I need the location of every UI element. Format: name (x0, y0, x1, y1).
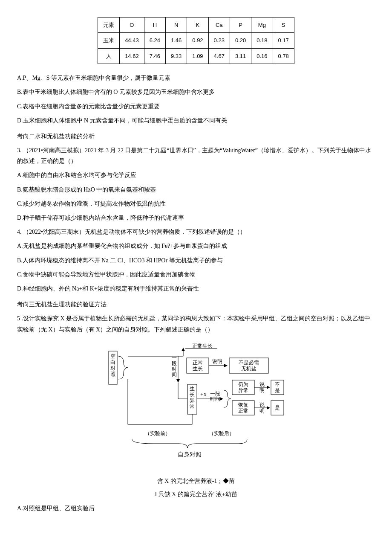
cell: 14.62 (120, 48, 144, 64)
cell: 0.23 (208, 33, 230, 48)
option-D: D.玉米细胞和人体细胞中 N 元素含量不同，可能与细胞中蛋白质的含量不同有关 (17, 115, 375, 126)
period-2: 一段时间 (210, 391, 220, 402)
section-heading-2: 考向二水和无机盐功能的分析 (17, 131, 375, 142)
plus-x: +X (200, 392, 207, 398)
svg-marker-3 (182, 348, 185, 351)
th-label: 元素 (98, 17, 120, 33)
after-label: （实验后） (209, 430, 234, 436)
cell: 9.33 (165, 48, 187, 64)
q4-option-D: D.神经细胞内、外的 Na+和 K+浓度的稳定有利于维持其正常的兴奋性 (17, 283, 375, 294)
recover-normal: 恢复正常 (238, 402, 248, 414)
cell: 44.43 (120, 33, 144, 48)
cell: 7.46 (144, 48, 165, 64)
q3-option-A: A.细胞中的自由水和结合水均可参与化学反应 (17, 170, 375, 180)
th-O: O (120, 17, 144, 33)
cell: 0.16 (251, 48, 273, 64)
explain-1: 说明 (212, 358, 222, 364)
experiment-diagram: 空白对照 正常生长 一段时间 正常生长 说明 不是必需无机盐 生长异常 +X 一… (85, 343, 307, 467)
diagram-caption-2: I 只缺 X 的篇完全营养' 液+幼苗 (17, 489, 375, 500)
q3-option-C: C.减少对越冬农作物的灌溉，可提高农作物对低温的抗性 (17, 198, 375, 209)
period-label: 一段时间 (172, 355, 177, 378)
cell: 6.24 (144, 33, 165, 48)
svg-marker-9 (224, 364, 228, 367)
q3-option-D: D.种子晒干储存可减少细胞内结合水含量，降低种子的代谢速率 (17, 212, 375, 223)
normal-growth-box: 正常生长 (193, 360, 203, 372)
table-header-row: 元素 O H N K Ca P Mg S (98, 17, 294, 33)
th-P: P (230, 17, 251, 33)
blank-control-label: 空白对照 (110, 353, 115, 377)
q3-stem: 3. （2021•河南高三模拟）2021 年 3 月 22 日是第二十九届“世界… (17, 145, 375, 166)
th-Mg: Mg (251, 17, 273, 33)
svg-marker-19 (220, 397, 223, 401)
option-C: C.表格中在细胞内含量多的元素比含量少的元素更重要 (17, 101, 375, 112)
is-yes: 是 (275, 405, 280, 411)
table-row-corn: 玉米 44.43 6.24 1.46 0.92 0.23 0.20 0.18 0… (98, 33, 294, 48)
normal-growth-top: 正常生长 (192, 343, 213, 349)
q5-option-A: A.对照组是甲组、乙组实验后 (17, 503, 375, 514)
q4-stem: 4. （2022•沈阳高三期末）无机盐是动物体不可缺少的营养物质，下列叙述错误的… (17, 227, 375, 237)
q4-option-A: A.无机盐是构成细胞内某些重要化合物的组成成分，如 Fe?+参与血浆蛋白的组成 (17, 241, 375, 251)
cell: 0.17 (273, 33, 294, 48)
svg-marker-22 (267, 386, 270, 389)
th-N: N (165, 17, 187, 33)
section-heading-3: 考向三无机盐生理功能的验证方法 (17, 299, 375, 310)
row-label: 人 (98, 48, 120, 64)
table-row-human: 人 14.62 7.46 9.33 1.09 4.67 3.11 0.16 0.… (98, 48, 294, 64)
abnormal-growth: 生长异常 (190, 386, 195, 410)
cell: 1.46 (165, 33, 187, 48)
row-label: 玉米 (98, 33, 120, 48)
element-table: 元素 O H N K Ca P Mg S 玉米 44.43 6.24 1.46 … (98, 17, 294, 64)
cell: 0.78 (273, 48, 294, 64)
q5-stem: 5 .设计实验探究 X 是否属于植物生长所必需的无机盐，某同学的构思大致如下：本… (17, 313, 375, 334)
still-abnormal: 仍为异常 (238, 381, 248, 393)
th-Ca: Ca (208, 17, 230, 33)
q4-option-B: B.人体内环境稳态的维持离不开 Na 二 Cl、HCO3 和 HPOr 等无机盐… (17, 255, 375, 266)
self-control-label: 自身对照 (178, 451, 202, 458)
is-not: 不是 (275, 381, 280, 393)
q3-option-B: B.氨基酸脱水缩合形成的 HzO 中的氧来自氨基和羧基 (17, 184, 375, 195)
cell: 1.09 (187, 48, 208, 64)
cell: 0.20 (230, 33, 251, 48)
svg-marker-6 (176, 379, 180, 383)
cell: 0.18 (251, 33, 273, 48)
cell: 3.11 (230, 48, 251, 64)
th-H: H (144, 17, 165, 33)
before-label: （实验前） (145, 430, 170, 436)
th-K: K (187, 17, 208, 33)
option-B: B.表中玉米细胞比人体细胞中含有的 O 元素较多是因为玉米细胞中含水更多 (17, 87, 375, 97)
q4-option-C: C.食物中缺碘可能会导致地方性甲状腺肿，因此应适量食用加碘食物 (17, 269, 375, 280)
not-required-salt: 不是必需无机盐 (239, 360, 259, 372)
diagram-caption-1: 含 X 的完北全营养液-1；◆苗 (17, 476, 375, 486)
th-S: S (273, 17, 294, 33)
cell: 0.92 (187, 33, 208, 48)
cell: 4.67 (208, 48, 230, 64)
svg-marker-26 (267, 406, 270, 410)
option-A: A.P、Mg、S 等元素在玉米细胞中含量很少，属于微量元素 (17, 73, 375, 83)
